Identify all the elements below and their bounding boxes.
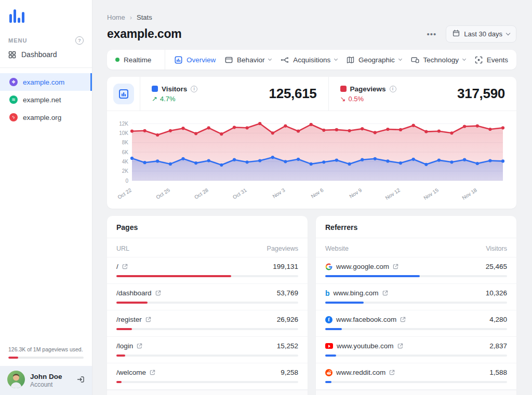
row-link[interactable]: /login <box>116 342 142 350</box>
sidebar-item-dashboard[interactable]: Dashboard <box>0 45 92 64</box>
referrers-card: Referrers Website Visitors www.google.co… <box>316 216 516 395</box>
row-bar-track <box>116 302 298 304</box>
account-card[interactable]: John Doe Account <box>0 366 92 395</box>
pages-view-all-button[interactable]: View all› <box>107 390 308 395</box>
grid-icon <box>8 51 16 59</box>
svg-text:Nov 12: Nov 12 <box>384 187 402 201</box>
tab-geographic[interactable]: Geographic <box>347 50 402 70</box>
menu-label: MENU <box>8 37 27 44</box>
tab-technology[interactable]: Technology <box>411 50 466 70</box>
external-link-icon <box>145 317 151 322</box>
sidebar-item-example.org[interactable]: ϟ example.org <box>0 108 92 126</box>
info-icon[interactable]: i <box>191 86 197 92</box>
page-title: example.com <box>107 27 182 41</box>
stat-pageviews: Pageviews i ↘ 0.5% 317,590 <box>328 77 517 111</box>
row-link[interactable]: /welcome <box>116 369 155 376</box>
breadcrumb-current: Stats <box>137 13 152 21</box>
date-range-button[interactable]: Last 30 days <box>446 25 516 43</box>
tab-realtime[interactable]: Realtime <box>115 50 165 70</box>
sidebar-item-example.net[interactable]: ≋ example.net <box>0 91 92 108</box>
scan-icon <box>475 56 483 64</box>
info-icon[interactable]: i <box>390 86 396 92</box>
svg-text:Oct 28: Oct 28 <box>193 187 209 200</box>
row-link[interactable]: www.reddit.com <box>325 369 395 376</box>
app-logo-icon[interactable] <box>9 8 92 23</box>
usage-progressbar <box>8 357 84 359</box>
tab-bar: Realtime Overview Behavior Acquisitions … <box>107 50 516 70</box>
main-content: Home › Stats example.com ••• Last 30 day… <box>92 0 532 395</box>
table-row: www.reddit.com 1,588 <box>316 363 516 390</box>
tab-label: Geographic <box>358 56 395 64</box>
row-link[interactable]: /dashboard <box>116 289 161 297</box>
row-label: /dashboard <box>116 289 152 297</box>
tab-behavior[interactable]: Behavior <box>225 50 271 70</box>
pages-rows: / 199,131 /dashboard 53,769 <box>107 257 308 390</box>
map-icon <box>347 56 354 64</box>
sidebar-toggle-icon[interactable]: ? <box>75 36 84 45</box>
tab-acquisitions[interactable]: Acquisitions <box>281 50 337 70</box>
row-label: /register <box>116 316 142 323</box>
row-bar-track <box>325 381 507 383</box>
row-link[interactable]: /register <box>116 316 151 323</box>
row-value: 9,258 <box>281 369 298 376</box>
chevron-down-icon <box>334 57 338 61</box>
row-link[interactable]: www.youtube.com <box>325 342 403 350</box>
external-link-icon <box>382 290 388 296</box>
table-row: /dashboard 53,769 <box>107 284 308 310</box>
column-header-url: URL <box>116 245 129 252</box>
more-options-button[interactable]: ••• <box>425 28 439 40</box>
sidebar-item-example.com[interactable]: ❖ example.com <box>0 73 92 91</box>
tab-label: Realtime <box>124 56 151 64</box>
row-label: / <box>116 263 118 270</box>
site-list: ❖ example.com≋ example.netϟ example.org <box>0 73 92 126</box>
sidebar-divider <box>0 67 92 68</box>
referrers-view-all-button[interactable]: View all› <box>316 390 516 395</box>
site-label: example.org <box>23 114 61 121</box>
external-link-icon <box>150 370 155 375</box>
svg-text:8K: 8K <box>122 140 129 145</box>
row-label: www.youtube.com <box>337 342 394 350</box>
logout-icon[interactable] <box>76 375 85 386</box>
row-value: 2,837 <box>489 342 507 350</box>
bolt-favicon: ϟ <box>9 113 18 121</box>
table-row: /login 15,252 <box>107 337 308 363</box>
chevron-down-icon <box>268 57 272 61</box>
row-link[interactable]: f www.facebook.com <box>325 316 406 323</box>
row-value: 4,280 <box>489 316 507 323</box>
stat-visitors: Visitors i ↗ 4.7% 125,615 <box>140 77 328 111</box>
row-link[interactable]: / <box>116 263 128 270</box>
site-label: example.net <box>23 96 61 104</box>
external-link-icon <box>393 264 398 269</box>
traffic-chart[interactable]: 02K4K6K8K10K12KOct 22Oct 25Oct 28Oct 31N… <box>112 118 508 203</box>
site-label: example.com <box>23 78 64 86</box>
table-row: f www.facebook.com 4,280 <box>316 310 516 337</box>
tab-events[interactable]: Events <box>475 50 508 70</box>
window-icon <box>225 56 233 64</box>
google-favicon <box>325 263 332 270</box>
row-label: /login <box>116 342 133 350</box>
referrers-title: Referrers <box>316 216 516 238</box>
breadcrumb-home[interactable]: Home <box>107 13 125 21</box>
svg-text:Nov 3: Nov 3 <box>272 187 286 199</box>
tab-overview[interactable]: Overview <box>175 50 216 70</box>
row-link[interactable]: www.google.com <box>325 263 398 270</box>
row-bar-track <box>325 328 507 330</box>
row-label: /welcome <box>116 369 146 376</box>
row-bar-fill <box>325 275 420 277</box>
pageviews-legend-swatch <box>340 86 347 92</box>
row-bar-fill <box>116 381 122 383</box>
row-link[interactable]: b www.bing.com <box>325 289 388 297</box>
referrers-rows: www.google.com 25,465 b www.bing.com 10,… <box>316 257 516 390</box>
trend-down-icon: ↘ <box>340 95 346 103</box>
svg-text:10K: 10K <box>119 130 128 136</box>
row-value: 10,326 <box>486 289 507 297</box>
external-link-icon <box>155 290 161 296</box>
row-bar-track <box>116 328 298 330</box>
row-bar-track <box>325 355 507 357</box>
svg-text:12K: 12K <box>119 121 128 127</box>
tab-label: Overview <box>187 56 216 64</box>
chevron-down-icon <box>398 57 402 61</box>
svg-text:Nov 9: Nov 9 <box>348 187 363 199</box>
row-value: 15,252 <box>277 342 298 350</box>
external-link-icon <box>137 343 142 349</box>
